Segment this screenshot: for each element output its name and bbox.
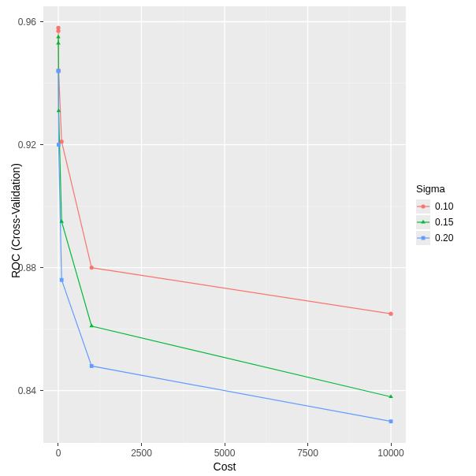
- svg-point-21: [389, 312, 392, 316]
- svg-marker-26: [89, 324, 94, 328]
- legend-label: 0.10: [435, 201, 453, 212]
- legend-key-icon: [416, 215, 430, 229]
- svg-rect-39: [422, 236, 426, 240]
- legend-label: 0.15: [435, 217, 453, 228]
- y-tick-mark: [40, 267, 43, 268]
- x-tick-label: 10000: [367, 448, 415, 459]
- svg-marker-23: [56, 35, 61, 39]
- plot-svg: [43, 6, 406, 443]
- x-tick-mark: [141, 443, 142, 446]
- x-tick-mark: [307, 443, 308, 446]
- svg-rect-29: [57, 69, 61, 73]
- svg-point-20: [90, 266, 94, 270]
- legend-item: 0.15: [416, 215, 453, 229]
- x-tick-label: 2500: [117, 448, 165, 459]
- x-axis-title: Cost: [43, 460, 406, 473]
- svg-marker-37: [421, 220, 426, 224]
- x-tick-label: 7500: [284, 448, 332, 459]
- x-tick-label: 0: [35, 448, 82, 459]
- legend-title: Sigma: [416, 183, 453, 195]
- x-tick-mark: [225, 443, 225, 446]
- x-tick-mark: [58, 443, 58, 446]
- y-tick-label: 0.84: [0, 385, 36, 396]
- svg-rect-32: [90, 364, 94, 368]
- legend-key-icon: [416, 231, 430, 245]
- legend-label: 0.20: [435, 232, 453, 244]
- svg-rect-30: [57, 143, 61, 147]
- y-tick-label: 0.96: [0, 17, 36, 28]
- legend-item: 0.10: [416, 199, 453, 214]
- svg-point-35: [421, 204, 425, 208]
- y-tick-mark: [40, 390, 43, 391]
- svg-rect-31: [60, 278, 64, 282]
- svg-marker-22: [56, 41, 61, 45]
- x-tick-label: 5000: [201, 448, 248, 459]
- legend: Sigma 0.100.150.20: [416, 183, 453, 247]
- svg-rect-33: [389, 419, 393, 423]
- x-tick-mark: [391, 443, 392, 446]
- chart-figure: 0.840.880.920.96 025005000750010000 Cost…: [0, 0, 476, 476]
- legend-key-icon: [416, 199, 430, 214]
- y-axis-title: ROC (Cross-Validation): [9, 110, 22, 331]
- y-tick-mark: [40, 21, 43, 22]
- legend-item: 0.20: [416, 231, 453, 245]
- y-tick-mark: [40, 144, 43, 145]
- svg-point-17: [56, 26, 60, 30]
